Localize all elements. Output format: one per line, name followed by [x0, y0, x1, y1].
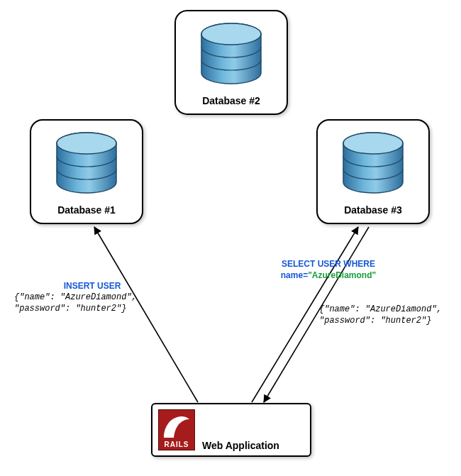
rails-logo: RAILS [158, 409, 195, 450]
svg-point-5 [343, 133, 403, 154]
svg-point-3 [57, 133, 116, 154]
node-database-1: Database #1 [30, 119, 143, 224]
node-label-app: Web Application [202, 440, 279, 451]
rails-logo-text: RAILS [159, 441, 194, 448]
database-icon [54, 131, 119, 201]
annotation-insert-header: INSERT USER [14, 280, 170, 292]
annotation-insert: INSERT USER {"name": "AzureDiamond", "pa… [14, 280, 170, 315]
annotation-result: {"name": "AzureDiamond", "password": "hu… [319, 304, 461, 326]
node-label-db3: Database #3 [318, 204, 428, 216]
annotation-result-body: {"name": "AzureDiamond", "password": "hu… [319, 304, 461, 326]
node-label-db2: Database #2 [176, 95, 287, 106]
node-label-db1: Database #1 [31, 204, 142, 216]
annotation-insert-body: {"name": "AzureDiamond", "password": "hu… [14, 292, 170, 314]
svg-point-1 [201, 23, 261, 45]
annotation-select-field: name= [281, 270, 308, 280]
node-database-2: Database #2 [174, 10, 288, 115]
node-database-3: Database #3 [316, 119, 430, 224]
annotation-select-header: SELECT USER WHERE [261, 258, 396, 270]
annotation-select: SELECT USER WHERE name="AzureDiamond" [261, 258, 396, 281]
database-icon [340, 131, 406, 201]
annotation-select-value: "AzureDiamond" [308, 270, 376, 280]
node-web-application: RAILS Web Application [151, 403, 311, 457]
database-icon [199, 21, 264, 92]
